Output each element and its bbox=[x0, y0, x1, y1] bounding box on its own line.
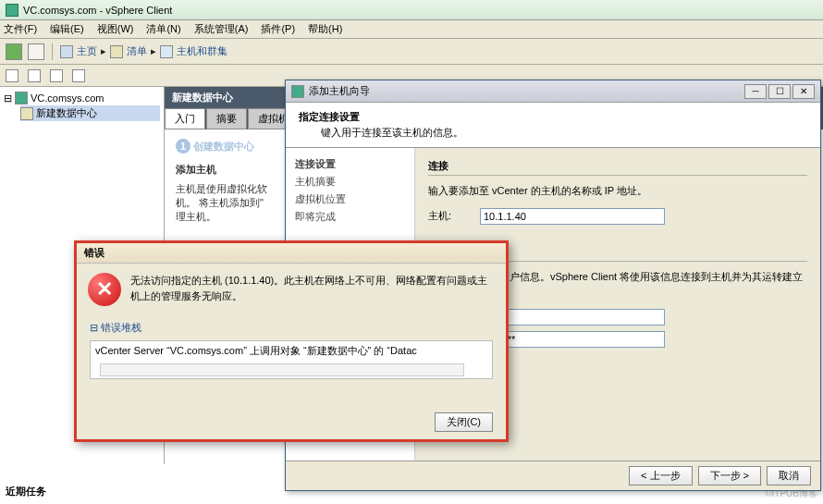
tool-icon[interactable] bbox=[50, 69, 63, 82]
vc-icon bbox=[15, 92, 28, 104]
error-stack: vCenter Server “VC.comsys.com” 上调用对象 “新建… bbox=[90, 340, 493, 379]
recent-tasks-label: 近期任务 bbox=[6, 485, 46, 498]
window-title: VC.comsys.com - vSphere Client bbox=[23, 5, 172, 16]
tool-icon[interactable] bbox=[28, 69, 41, 82]
step-vm-location[interactable]: 虚拟机位置 bbox=[295, 191, 405, 208]
close-button[interactable]: 关闭(C) bbox=[435, 412, 493, 432]
step-badge: 1 bbox=[176, 139, 190, 154]
forward-button[interactable] bbox=[28, 43, 44, 60]
back-button[interactable] bbox=[6, 43, 22, 60]
tab-getting-started[interactable]: 入门 bbox=[165, 108, 205, 129]
cancel-button[interactable]: 取消 bbox=[767, 466, 811, 486]
wizard-heading: 指定连接设置 bbox=[299, 110, 807, 124]
menu-admin[interactable]: 系统管理(A) bbox=[194, 22, 249, 36]
back-button[interactable]: < 上一步 bbox=[629, 466, 692, 486]
error-stack-toggle[interactable]: 错误堆栈 bbox=[90, 321, 493, 335]
step-ready[interactable]: 即将完成 bbox=[295, 208, 405, 226]
main-titlebar: VC.comsys.com - vSphere Client bbox=[0, 0, 823, 20]
close-button[interactable]: ✕ bbox=[792, 84, 815, 99]
step-summary[interactable]: 主机摘要 bbox=[295, 173, 405, 191]
error-titlebar[interactable]: 错误 bbox=[77, 243, 506, 264]
group-connection: 连接 bbox=[428, 159, 807, 176]
separator bbox=[52, 43, 53, 60]
wizard-icon bbox=[291, 85, 304, 98]
connection-desc: 输入要添加至 vCenter 的主机的名称或 IP 地址。 bbox=[428, 183, 807, 199]
host-label: 主机: bbox=[428, 209, 480, 223]
error-message: 无法访问指定的主机 (10.1.1.40)。此主机在网络上不可用、网络配置有问题… bbox=[130, 273, 495, 306]
tab-summary[interactable]: 摘要 bbox=[206, 108, 247, 129]
inventory-icon[interactable] bbox=[110, 45, 123, 58]
error-footer: 关闭(C) bbox=[435, 412, 493, 432]
error-dialog: 错误 ✕ 无法访问指定的主机 (10.1.1.40)。此主机在网络上不可用、网络… bbox=[74, 240, 509, 442]
tree-root-label: VC.comsys.com bbox=[31, 92, 104, 104]
minimize-button[interactable]: ─ bbox=[744, 84, 767, 99]
step-label: 创建数据中心 bbox=[193, 141, 254, 152]
wizard-title: 添加主机向导 bbox=[309, 84, 370, 98]
tree-root[interactable]: ⊟ VC.comsys.com bbox=[4, 91, 160, 105]
tool-icon[interactable] bbox=[72, 69, 85, 82]
error-icon: ✕ bbox=[88, 273, 121, 306]
scrollbar[interactable] bbox=[100, 363, 464, 376]
datacenter-icon bbox=[20, 107, 33, 120]
host-input[interactable] bbox=[480, 208, 665, 225]
menu-edit[interactable]: 编辑(E) bbox=[50, 22, 84, 36]
wizard-footer: < 上一步 下一步 > 取消 bbox=[286, 461, 820, 490]
crumb-home[interactable]: 主页 bbox=[77, 44, 97, 58]
wizard-header: 指定连接设置 键入用于连接至该主机的信息。 bbox=[286, 103, 820, 148]
chevron-right-icon: ▸ bbox=[101, 45, 106, 57]
app-icon bbox=[6, 4, 18, 17]
menu-file[interactable]: 文件(F) bbox=[4, 22, 37, 36]
toolbar-nav: 主页 ▸ 清单 ▸ 主机和群集 bbox=[0, 39, 823, 65]
tree-dc-label: 新建数据中心 bbox=[36, 106, 97, 120]
stack-text: vCenter Server “VC.comsys.com” 上调用对象 “新建… bbox=[95, 345, 417, 356]
wizard-description: 键入用于连接至该主机的信息。 bbox=[321, 126, 807, 140]
menu-help[interactable]: 帮助(H) bbox=[308, 22, 342, 36]
host-row: 主机: bbox=[428, 208, 807, 225]
wizard-titlebar[interactable]: 添加主机向导 ─ ☐ ✕ bbox=[286, 80, 820, 103]
tree-datacenter[interactable]: 新建数据中心 bbox=[20, 105, 160, 121]
crumb-inventory[interactable]: 清单 bbox=[127, 44, 147, 58]
chevron-right-icon: ▸ bbox=[151, 45, 156, 57]
home-icon[interactable] bbox=[60, 45, 73, 58]
error-body: ✕ 无法访问指定的主机 (10.1.1.40)。此主机在网络上不可用、网络配置有… bbox=[77, 264, 506, 315]
menubar: 文件(F) 编辑(E) 视图(W) 清单(N) 系统管理(A) 插件(P) 帮助… bbox=[0, 20, 823, 39]
next-button[interactable]: 下一步 > bbox=[698, 466, 761, 486]
expand-icon[interactable]: ⊟ bbox=[4, 92, 12, 104]
menu-view[interactable]: 视图(W) bbox=[97, 22, 134, 36]
hosts-icon[interactable] bbox=[160, 45, 173, 58]
maximize-button[interactable]: ☐ bbox=[768, 84, 791, 99]
tool-icon[interactable] bbox=[6, 69, 18, 82]
menu-plugins[interactable]: 插件(P) bbox=[261, 22, 295, 36]
crumb-hosts[interactable]: 主机和群集 bbox=[177, 44, 227, 58]
breadcrumb: 主页 ▸ 清单 ▸ 主机和群集 bbox=[60, 44, 227, 58]
menu-inventory[interactable]: 清单(N) bbox=[146, 22, 180, 36]
step-connection[interactable]: 连接设置 bbox=[295, 155, 405, 173]
